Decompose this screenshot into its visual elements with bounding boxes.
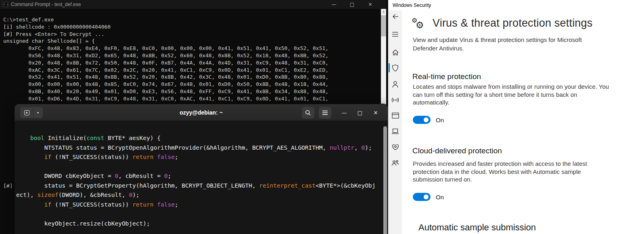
realtime-protection-toggle-label: On	[436, 117, 444, 123]
new-tab-plus-icon: +	[24, 110, 29, 115]
chevron-down-icon: ▼	[37, 111, 40, 114]
terminal-titlebar[interactable]: + ▼ ozyy@debian: ~ — □ ✕	[15, 104, 388, 121]
cmd-scrollbar-thumb[interactable]	[381, 15, 386, 36]
toggle-knob	[424, 117, 429, 122]
app-window-icon	[392, 113, 399, 119]
cmd-titlebar[interactable]: C:\ Command Prompt - test_def.exe — □ ✕	[0, 0, 387, 9]
terminal-maximize-button[interactable]: □	[354, 107, 366, 119]
cmd-scroll-up-arrow[interactable]: ∧	[381, 9, 386, 15]
terminal-window: + ▼ ozyy@debian: ~ — □ ✕ bool Initialize…	[15, 104, 388, 234]
cmd-icon: C:\	[3, 2, 8, 7]
sidebar-item-family-options[interactable]	[391, 159, 399, 167]
tab-dropdown-button[interactable]: ▼	[33, 107, 42, 118]
cmd-minimize-button[interactable]: —	[325, 0, 343, 9]
sidebar-item-app-browser-control[interactable]	[391, 112, 399, 119]
laptop-icon	[391, 128, 399, 134]
realtime-protection-toggle[interactable]	[413, 116, 431, 124]
cmd-output-text: C:\>test_def.exe[i] shellcode : 0x000000…	[3, 16, 328, 109]
sidebar-item-device-performance-health[interactable]	[391, 143, 399, 151]
security-sidebar	[388, 10, 402, 234]
terminal-close-button[interactable]: ✕	[370, 107, 381, 119]
cmd-maximize-button[interactable]: □	[343, 0, 361, 9]
automatic-sample-submission-heading: Automatic sample submission	[418, 222, 536, 233]
terminal-code-text: bool Initialize(const BYTE* aesKey) { NT…	[16, 134, 375, 228]
page-title: Virus & threat protection settings	[433, 17, 593, 29]
terminal-scrollbar[interactable]	[383, 126, 387, 234]
hamburger-icon	[322, 110, 328, 115]
sidebar-item-device-security[interactable]	[391, 127, 399, 135]
heart-pulse-icon	[392, 144, 399, 150]
security-window-title: Windows Security	[393, 2, 431, 8]
back-arrow-icon	[392, 13, 399, 20]
sidebar-item-home[interactable]	[391, 48, 399, 56]
sidebar-item-virus-threat-protection[interactable]	[391, 64, 399, 72]
family-icon	[391, 160, 399, 166]
person-icon	[392, 81, 399, 88]
windows-security-window: Windows Security	[388, 0, 644, 234]
shield-icon	[392, 64, 399, 72]
realtime-protection-description: Locates and stops malware from installin…	[413, 83, 609, 107]
cloud-protection-toggle[interactable]	[413, 193, 431, 201]
home-icon	[392, 49, 399, 56]
page-description: View and update Virus & threat protectio…	[413, 36, 582, 52]
sidebar-item-firewall-network-protection[interactable]	[391, 96, 399, 104]
realtime-protection-heading: Real-time protection	[412, 72, 481, 81]
search-button[interactable]	[302, 107, 314, 119]
sidebar-menu-button[interactable]	[391, 30, 399, 38]
terminal-window-title: ozyy@debian: ~	[15, 104, 388, 121]
cmd-close-button[interactable]: ✕	[361, 0, 379, 9]
cloud-protection-toggle-label: On	[436, 194, 444, 201]
sidebar-item-account-protection[interactable]	[391, 80, 399, 88]
hamburger-icon	[392, 31, 399, 37]
security-titlebar[interactable]: Windows Security	[388, 0, 644, 10]
terminal-minimize-button[interactable]: —	[339, 107, 350, 119]
cmd-window-title: Command Prompt - test_def.exe	[11, 2, 81, 7]
network-broadcast-icon	[391, 97, 399, 103]
new-tab-button[interactable]: +	[20, 107, 33, 118]
cloud-protection-description: Provides increased and faster protection…	[413, 160, 587, 184]
toggle-knob	[424, 194, 429, 199]
menu-button[interactable]	[319, 107, 331, 119]
back-button[interactable]	[391, 13, 399, 20]
search-icon	[305, 110, 311, 116]
settings-gears-icon: ⚙ ⚙	[412, 17, 429, 32]
cloud-protection-heading: Cloud-delivered protection	[412, 146, 502, 155]
selected-nav-accent	[389, 63, 390, 72]
